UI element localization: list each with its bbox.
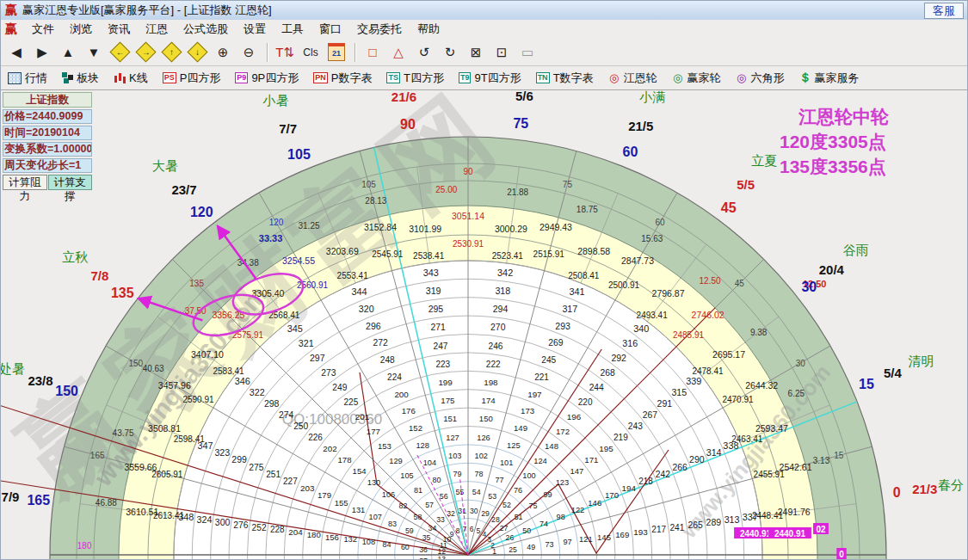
menu-item-1[interactable]: 浏览 <box>62 20 100 39</box>
presentation-icon[interactable]: ▭ <box>515 41 539 64</box>
svg-text:135: 135 <box>111 286 134 300</box>
9p-square-button[interactable]: P99P四方形 <box>233 70 300 87</box>
svg-text:7/9: 7/9 <box>2 489 20 504</box>
param-field-2[interactable]: 变换系数=1.00000 <box>3 142 92 157</box>
pan-right-icon[interactable]: → <box>133 41 157 64</box>
menu-item-9[interactable]: 帮助 <box>410 20 447 39</box>
quotes-button-label: 行情 <box>25 71 47 86</box>
svg-text:2695.17: 2695.17 <box>712 349 745 360</box>
p-table-button-icon: PN <box>313 72 328 83</box>
svg-text:244: 244 <box>589 383 604 392</box>
nav-down-icon[interactable]: ▼ <box>82 41 106 64</box>
calendar-icon[interactable]: 21 <box>324 41 348 64</box>
triangle-tool-icon[interactable]: △ <box>386 41 410 64</box>
menu-item-8[interactable]: 交易委托 <box>349 20 410 39</box>
menu-item-6[interactable]: 工具 <box>274 20 311 39</box>
nav-back-icon[interactable]: ◀ <box>4 41 28 64</box>
hexagon-button[interactable]: ◎六角形 <box>734 70 786 87</box>
svg-text:265: 265 <box>687 520 703 530</box>
calc-support-button[interactable]: 计算支撑 <box>48 175 93 190</box>
chart-client-area: 赢家财富网www.yingjia360.comwww.yingjia360.co… <box>1 90 968 560</box>
menu-item-7[interactable]: 窗口 <box>311 20 349 39</box>
svg-text:6.25: 6.25 <box>788 389 805 398</box>
p-square-button[interactable]: PSP四方形 <box>161 70 223 87</box>
param-field-3[interactable]: 周天变化步长=1 <box>3 158 92 173</box>
svg-text:247: 247 <box>434 342 448 351</box>
svg-text:105: 105 <box>287 147 311 162</box>
svg-text:81: 81 <box>414 486 422 495</box>
rotate-ccw-icon[interactable]: ↺ <box>412 41 436 64</box>
calc-resistance-button[interactable]: 计算阻力 <box>3 175 47 190</box>
menu-item-5[interactable]: 设置 <box>236 20 274 39</box>
zoom-in-icon[interactable]: ⊕ <box>211 41 235 64</box>
svg-text:146: 146 <box>588 498 601 508</box>
svg-text:49: 49 <box>527 543 535 551</box>
symbol-title: 上证指数 <box>3 92 92 108</box>
svg-text:25.00: 25.00 <box>435 185 457 194</box>
t-square-button[interactable]: TST四方形 <box>385 70 445 87</box>
p-table-button[interactable]: PNP数字表 <box>311 70 373 87</box>
svg-text:55: 55 <box>455 488 464 496</box>
nav-up-icon[interactable]: ▲ <box>56 41 80 64</box>
pan-down-icon[interactable]: ↓ <box>185 41 209 64</box>
svg-text:196: 196 <box>567 412 582 422</box>
svg-text:02: 02 <box>816 525 826 534</box>
gann-wheel-button[interactable]: ◎江恩轮 <box>607 70 659 87</box>
t-updown-icon[interactable]: T⇅ <box>273 41 297 64</box>
9p-square-button-icon: P9 <box>235 72 248 83</box>
menu-item-2[interactable]: 资讯 <box>100 20 138 39</box>
svg-text:2463.41: 2463.41 <box>731 434 763 444</box>
gann-wheel-button-label: 江恩轮 <box>624 71 657 86</box>
svg-text:276: 276 <box>233 520 249 530</box>
svg-text:245: 245 <box>541 355 556 365</box>
svg-text:59: 59 <box>405 526 414 535</box>
svg-text:340: 340 <box>633 323 649 334</box>
9t-square-button[interactable]: T99T四方形 <box>457 70 523 87</box>
svg-text:202: 202 <box>323 444 336 453</box>
svg-text:272: 272 <box>373 338 388 348</box>
svg-text:165: 165 <box>27 493 50 508</box>
menu-item-4[interactable]: 公式选股 <box>176 20 236 39</box>
square-tool-icon[interactable]: □ <box>361 41 385 64</box>
svg-text:131: 131 <box>352 506 366 514</box>
svg-text:60: 60 <box>623 145 638 159</box>
nav-forward-icon[interactable]: ▶ <box>30 41 54 64</box>
parameter-panel: 上证指数 价格=2440.9099时间=20190104变换系数=1.00000… <box>3 92 92 190</box>
target-icon: ◎ <box>608 72 620 84</box>
svg-text:43.75: 43.75 <box>113 428 134 438</box>
svg-text:31: 31 <box>458 507 466 515</box>
customer-service-button[interactable]: 客服 <box>924 3 964 19</box>
svg-text:154: 154 <box>353 466 367 476</box>
menu-item-3[interactable]: 江恩 <box>138 20 176 39</box>
svg-text:125: 125 <box>507 441 521 450</box>
svg-text:3: 3 <box>487 535 491 544</box>
zoom-out-icon[interactable]: ⊖ <box>237 41 261 64</box>
kline-button[interactable]: K线 <box>112 70 150 87</box>
rotate-cw-icon[interactable]: ↻ <box>438 41 462 64</box>
svg-text:清明: 清明 <box>909 354 934 368</box>
param-field-1[interactable]: 时间=20190104 <box>3 126 92 140</box>
svg-text:58: 58 <box>414 513 422 521</box>
svg-text:242: 242 <box>656 470 670 479</box>
svg-text:7/8: 7/8 <box>91 268 109 283</box>
cls-button[interactable]: Cls <box>299 41 323 64</box>
center-view-icon[interactable]: ⊡ <box>490 41 514 64</box>
svg-text:32: 32 <box>447 509 455 518</box>
svg-text:13: 13 <box>438 555 447 560</box>
svg-text:296: 296 <box>366 321 381 331</box>
sectors-button[interactable]: 板块 <box>60 70 101 87</box>
fullscreen-icon[interactable]: ⊠ <box>464 41 488 64</box>
pan-left-icon[interactable]: ← <box>108 41 132 64</box>
menu-item-0[interactable]: 文件 <box>24 20 62 39</box>
svg-text:75: 75 <box>563 180 573 189</box>
param-field-0[interactable]: 价格=2440.9099 <box>3 109 92 124</box>
quotes-button[interactable]: 行情 <box>6 70 49 87</box>
winner-wheel-button[interactable]: ◎赢家轮 <box>670 70 723 87</box>
svg-text:226: 226 <box>308 433 323 442</box>
svg-text:3101.99: 3101.99 <box>409 224 441 234</box>
pan-up-icon[interactable]: ↑ <box>159 41 183 64</box>
svg-text:7: 7 <box>463 525 467 533</box>
winner-service-button[interactable]: ＄赢家服务 <box>798 70 861 87</box>
svg-text:2455.91: 2455.91 <box>754 470 786 479</box>
t-table-button[interactable]: TNT数字表 <box>534 70 595 87</box>
